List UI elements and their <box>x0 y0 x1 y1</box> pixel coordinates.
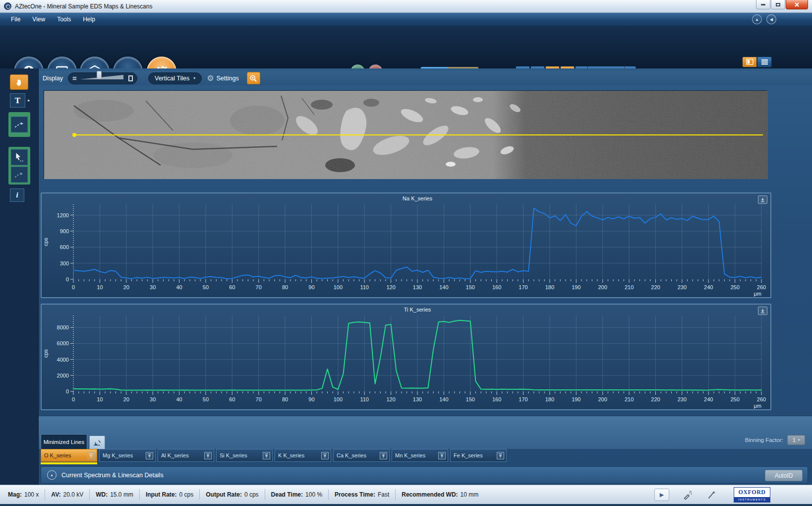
svg-text:220: 220 <box>651 284 660 290</box>
autoid-button[interactable]: AutoID <box>765 470 803 481</box>
binning-factor-dropdown[interactable]: 1 ▾ <box>787 435 805 445</box>
collapse-ribbon-button[interactable]: ▲ <box>752 14 762 24</box>
minimized-series-row: O K_seriesMg K_seriesAl K_seriesSi K_ser… <box>39 449 812 466</box>
svg-text:180: 180 <box>545 396 554 402</box>
series-tab-ca[interactable]: Ca K_series <box>333 449 390 462</box>
status-item-value: 0 cps <box>179 491 194 498</box>
zoom-tool-button[interactable] <box>247 72 260 84</box>
svg-text:300: 300 <box>60 260 69 266</box>
status-play-button[interactable]: ▶ <box>654 489 669 501</box>
series-tab-mn[interactable]: Mn K_series <box>392 449 448 462</box>
series-tab-fe[interactable]: Fe K_series <box>450 449 507 462</box>
status-item-processtime: Process Time:Fast <box>329 491 395 498</box>
restore-line-button[interactable] <box>380 452 387 459</box>
svg-text:80: 80 <box>282 396 288 402</box>
menu-tools[interactable]: Tools <box>51 13 77 26</box>
hand-icon <box>14 77 24 87</box>
sem-image-panel[interactable] <box>44 90 767 179</box>
series-tab-mg[interactable]: Mg K_series <box>99 449 156 462</box>
svg-text:170: 170 <box>519 284 527 290</box>
svg-text:0: 0 <box>72 396 75 402</box>
linescan-start-handle[interactable] <box>72 133 76 137</box>
restore-line-button[interactable] <box>146 452 153 459</box>
menu-view[interactable]: View <box>26 13 51 26</box>
spray-icon <box>682 490 693 501</box>
menu-file[interactable]: File <box>5 13 26 26</box>
navigate-back-button[interactable]: ◀ <box>766 14 776 24</box>
edit-line-tool-button[interactable] <box>8 147 30 185</box>
series-tab-label: K K_series <box>278 452 321 458</box>
series-tab-label: Ca K_series <box>337 452 380 458</box>
binning-factor-label: Binning Factor: <box>745 437 783 443</box>
status-item-recommendedwd: Recommended WD:10 mm <box>396 491 484 498</box>
expand-details-button[interactable]: ▲ <box>47 470 57 480</box>
linescan-chart-na[interactable]: 0300600900120001020304050607080901001101… <box>41 192 771 298</box>
restore-line-button[interactable] <box>321 452 329 459</box>
main-toolbar: Acquire Line Data ▶ ■ ⚙ Settings Line Tr… <box>0 26 812 68</box>
text-annotation-tool-button[interactable]: T <box>10 93 25 108</box>
menu-help[interactable]: Help <box>77 13 101 26</box>
chart-export-button[interactable] <box>758 307 767 315</box>
status-item-label: Process Time: <box>335 491 375 498</box>
svg-text:240: 240 <box>704 284 713 290</box>
spectrum-tab-icon <box>93 439 102 446</box>
details-expander-bar[interactable]: ▲ Current Spectrum & Linescan Details Au… <box>41 466 808 484</box>
series-tab-al[interactable]: Al K_series <box>158 449 214 462</box>
svg-text:260: 260 <box>757 284 766 290</box>
tile-size-icon <box>72 75 77 81</box>
status-probe-button[interactable] <box>706 490 717 501</box>
svg-text:230: 230 <box>678 396 687 402</box>
svg-text:140: 140 <box>439 284 448 290</box>
status-item-value: 100 % <box>305 491 322 498</box>
series-tab-o[interactable]: O K_series <box>41 449 97 462</box>
play-icon: ▶ <box>660 492 664 498</box>
restore-line-button[interactable] <box>204 452 212 459</box>
restore-line-button[interactable] <box>438 452 446 459</box>
status-item-value: 0 cps <box>244 491 259 498</box>
restore-line-button[interactable] <box>263 452 270 459</box>
display-settings-label[interactable]: Settings <box>217 75 239 82</box>
tab-minimized-lines[interactable]: Minimized Lines <box>41 434 87 449</box>
display-settings-gear-icon[interactable]: ⚙ <box>207 73 214 83</box>
svg-text:80: 80 <box>282 284 288 290</box>
restore-line-button[interactable] <box>497 452 504 459</box>
tab-spectrum-view[interactable] <box>89 436 105 449</box>
status-item-label: Dead Time: <box>271 491 303 498</box>
dashed-line-dim-icon <box>13 169 26 181</box>
reading-pane-icon <box>745 58 754 66</box>
close-button[interactable] <box>786 0 808 9</box>
pan-tool-button[interactable] <box>10 74 28 90</box>
svg-text:30: 30 <box>150 284 156 290</box>
list-view-icon <box>760 58 769 66</box>
svg-text:170: 170 <box>519 396 527 402</box>
restore-line-icon <box>147 453 152 458</box>
status-cleaning-button[interactable] <box>682 490 693 501</box>
layout-pane-toggle-button[interactable] <box>742 57 757 67</box>
svg-text:900: 900 <box>60 228 69 234</box>
svg-text:40: 40 <box>176 396 182 402</box>
magnifier-plus-icon <box>249 74 258 83</box>
series-tab-si[interactable]: Si K_series <box>216 449 273 462</box>
maximize-button[interactable] <box>771 0 785 9</box>
draw-line-tool-button[interactable] <box>8 112 30 137</box>
series-tab-label: Mg K_series <box>103 452 146 458</box>
window-bottom-border <box>0 504 812 506</box>
svg-text:100: 100 <box>334 284 343 290</box>
image-size-slider[interactable] <box>68 72 137 84</box>
chart-export-button[interactable] <box>758 195 767 204</box>
max-size-icon <box>128 75 133 81</box>
oxford-instruments-logo: OXFORD INSTRUMENTS <box>734 487 770 503</box>
slider-track[interactable] <box>80 73 124 82</box>
linescan-chart-ti[interactable]: 0200040006000800001020304050607080901001… <box>41 304 771 410</box>
title-bar: AZtecOne - Mineral Sample EDS Maps & Lin… <box>0 0 812 13</box>
svg-text:160: 160 <box>492 396 501 402</box>
image-info-tool-button[interactable]: i <box>10 189 24 202</box>
slider-handle[interactable] <box>97 71 102 79</box>
layout-list-toggle-button[interactable] <box>757 57 772 67</box>
tile-layout-dropdown[interactable]: Vertical Tiles ▾ <box>148 72 202 84</box>
svg-text:90: 90 <box>308 396 314 402</box>
series-tab-k[interactable]: K K_series <box>275 449 331 462</box>
minimize-button[interactable] <box>756 0 770 9</box>
restore-line-button[interactable] <box>87 452 95 459</box>
status-item-label: AV: <box>51 491 60 498</box>
